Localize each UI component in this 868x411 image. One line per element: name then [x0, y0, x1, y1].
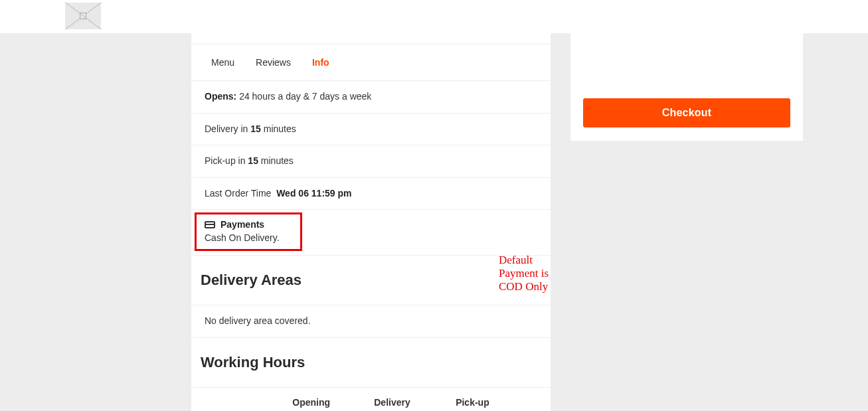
checkout-button[interactable]: Checkout [583, 98, 790, 127]
main-column: Menu Reviews Info Opens: 24 hours a day … [191, 33, 551, 411]
card-icon [205, 221, 215, 228]
opens-row: Opens: 24 hours a day & 7 days a week [191, 81, 551, 114]
delivery-areas-empty: No delivery area covered. [191, 305, 551, 338]
working-hours-header: Opening Delivery Pick-up [191, 388, 551, 411]
last-order-label: Last Order Time [205, 188, 271, 199]
tab-info[interactable]: Info [312, 57, 329, 68]
tab-menu[interactable]: Menu [211, 57, 234, 68]
page-body: Menu Reviews Info Opens: 24 hours a day … [0, 33, 868, 411]
last-order-value: Wed 06 11:59 pm [276, 188, 351, 199]
delivery-areas-title: Delivery Areas [191, 256, 551, 305]
annotation-box [195, 212, 302, 251]
top-bar [0, 0, 868, 33]
delivery-suffix: minutes [261, 123, 296, 134]
pickup-minutes: 15 [248, 155, 258, 166]
delivery-minutes: 15 [250, 123, 261, 134]
pickup-row: Pick-up in 15 minutes [191, 145, 551, 178]
payments-title: Payments [220, 219, 264, 230]
col-pickup: Pick-up [456, 397, 537, 408]
pickup-suffix: minutes [258, 155, 294, 166]
last-order-row: Last Order Time Wed 06 11:59 pm [191, 178, 551, 210]
tab-reviews[interactable]: Reviews [256, 57, 291, 68]
annotation-text: Default Payment is COD Only [499, 254, 551, 293]
delivery-row: Delivery in 15 minutes [191, 114, 551, 146]
opens-value: 24 hours a day & 7 days a week [239, 91, 371, 102]
pickup-prefix: Pick-up in [205, 155, 248, 166]
payments-value: Cash On Delivery. [205, 232, 537, 243]
col-opening: Opening [292, 397, 374, 408]
tabs: Menu Reviews Info [191, 44, 551, 81]
payments-row: Payments Cash On Delivery. [191, 210, 551, 256]
logo-placeholder [65, 3, 101, 29]
delivery-prefix: Delivery in [205, 123, 250, 134]
payments-title-line: Payments [205, 219, 537, 230]
opens-label: Opens: [205, 91, 236, 102]
col-delivery: Delivery [374, 397, 456, 408]
checkout-sidebar: Checkout [570, 33, 803, 141]
working-hours-title: Working Hours [191, 338, 551, 388]
